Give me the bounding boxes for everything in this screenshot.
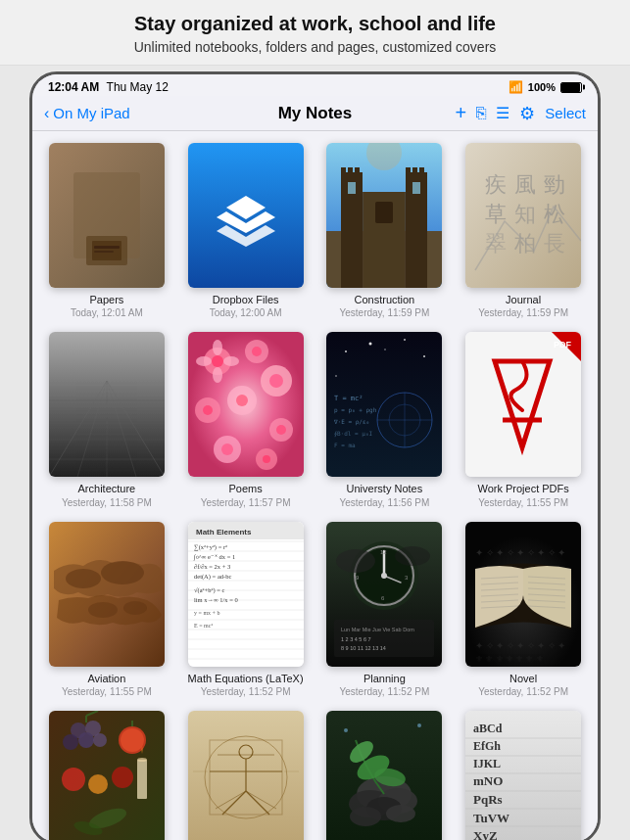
svg-text:PDF: PDF — [554, 340, 572, 350]
notebook-item-papers[interactable]: PapersToday, 12:01 AM — [42, 143, 171, 318]
notebook-date-dropbox: Today, 12:00 AM — [210, 307, 282, 318]
notebook-date-construction: Yesterday, 11:59 PM — [340, 307, 430, 318]
notebook-item-drafts[interactable]: aBCd EfGh IJKL mNO PqRs TuVW XyZ Drafts — [459, 711, 588, 840]
svg-text:疾: 疾 — [485, 172, 507, 197]
notebook-cover-drafts: aBCd EfGh IJKL mNO PqRs TuVW XyZ — [465, 711, 581, 840]
svg-text:EfGh: EfGh — [473, 739, 501, 753]
nav-actions: + ⎘ ☰ ⚙ Select — [456, 102, 586, 124]
notebook-cover-university: T = mc² p = p₀ + ρgh ∇·E = ρ/ε₀ ∮B·dl = … — [326, 332, 442, 477]
svg-point-54 — [269, 374, 283, 388]
svg-point-50 — [212, 355, 223, 367]
notebook-date-journal: Yesterday, 11:59 PM — [478, 307, 568, 318]
select-button[interactable]: Select — [545, 105, 586, 121]
svg-text:勁: 勁 — [544, 172, 565, 197]
svg-point-62 — [221, 443, 233, 455]
notebook-cover-poems — [188, 332, 304, 477]
svg-point-64 — [263, 455, 270, 463]
svg-point-192 — [344, 728, 348, 732]
notebook-label-aviation: Aviation — [87, 672, 125, 685]
notebooks-grid-container: PapersToday, 12:01 AM Dropbox FilesToday… — [32, 131, 598, 840]
svg-text:✦ ✧ ✦ ✧ ✦ ✧ ✦ ✧ ✦: ✦ ✧ ✦ ✧ ✦ ✧ ✦ ✧ ✦ — [475, 547, 565, 558]
svg-point-154 — [63, 734, 78, 750]
new-folder-icon[interactable]: ⎘ — [476, 104, 486, 123]
svg-point-73 — [423, 355, 425, 357]
notebook-label-architecture: Architecture — [78, 482, 136, 495]
svg-point-165 — [137, 758, 147, 762]
svg-text:風: 風 — [514, 172, 536, 197]
notebook-date-planning: Yesterday, 11:52 PM — [340, 686, 430, 697]
notebook-item-construction[interactable]: ConstructionYesterday, 11:59 PM — [320, 143, 450, 318]
notebook-date-papers: Today, 12:01 AM — [71, 307, 143, 318]
notebook-item-math[interactable]: Math Elements ∑(x²+y²) = r² ∫₀^∞ e⁻ˣ dx … — [181, 522, 311, 697]
svg-point-56 — [203, 405, 213, 415]
svg-point-70 — [345, 350, 347, 352]
status-bar: 12:04 AM Thu May 12 📶 100% — [32, 74, 598, 96]
notebook-label-novel: Novel — [509, 672, 537, 685]
nav-title: My Notes — [278, 104, 353, 123]
svg-point-187 — [350, 807, 381, 826]
notebook-item-davinci[interactable]: ⌐ Leonardo da Vinci DaVinci Notes — [181, 711, 311, 840]
notebook-cover-novel: ✦ ✧ ✦ ✧ ✦ ✧ ✦ ✧ ✦ ✦ ✧ ✦ ✧ ✦ ✧ ✦ ✧ ✦ ⚜ ⚜ … — [465, 522, 581, 667]
notebook-cover-papers — [49, 143, 165, 288]
settings-icon[interactable]: ⚙ — [519, 103, 535, 124]
notebook-item-work-pdf[interactable]: PDF Work Project PDFsYesterday, 11:55 PM — [459, 332, 588, 507]
battery-fill — [561, 83, 580, 92]
svg-point-161 — [62, 768, 85, 791]
svg-text:∂f/∂x = 2x + 3: ∂f/∂x = 2x + 3 — [194, 563, 230, 570]
notebook-date-novel: Yesterday, 11:52 PM — [478, 686, 568, 697]
add-icon[interactable]: + — [456, 102, 467, 124]
notebook-cover-recipes — [49, 711, 165, 840]
svg-rect-25 — [412, 167, 417, 175]
status-date: Thu May 12 — [107, 80, 169, 94]
notebook-item-novel[interactable]: ✦ ✧ ✦ ✧ ✦ ✧ ✦ ✧ ✦ ✦ ✧ ✦ ✧ ✦ ✧ ✦ ✧ ✦ ⚜ ⚜ … — [459, 522, 588, 697]
nav-back-button[interactable]: ‹ On My iPad — [44, 105, 130, 122]
svg-point-52 — [252, 347, 262, 356]
notebook-item-medicine[interactable]: Medicine — [320, 711, 450, 840]
notebook-cover-davinci: ⌐ Leonardo da Vinci — [188, 711, 304, 840]
svg-point-153 — [78, 732, 94, 748]
svg-point-60 — [276, 425, 286, 435]
svg-text:柏: 柏 — [513, 231, 536, 256]
status-left: 12:04 AM Thu May 12 — [48, 80, 169, 94]
list-view-icon[interactable]: ☰ — [496, 104, 509, 122]
notebook-item-recipes[interactable]: Recipes — [42, 711, 171, 840]
svg-point-162 — [88, 774, 108, 794]
notebook-cover-aviation — [49, 522, 165, 667]
svg-text:mNO: mNO — [473, 773, 503, 788]
svg-rect-26 — [419, 167, 424, 175]
svg-text:∮B·dl = μ₀I: ∮B·dl = μ₀I — [334, 430, 373, 438]
notebook-item-university[interactable]: T = mc² p = p₀ + ρgh ∇·E = ρ/ε₀ ∮B·dl = … — [320, 332, 450, 507]
svg-text:Math Elements: Math Elements — [196, 528, 252, 537]
status-time: 12:04 AM — [48, 80, 99, 94]
svg-rect-164 — [137, 760, 147, 799]
svg-text:∇·E = ρ/ε₀: ∇·E = ρ/ε₀ — [333, 418, 369, 426]
notebook-date-university: Yesterday, 11:56 PM — [340, 497, 430, 508]
svg-text:12: 12 — [380, 549, 387, 555]
notebook-cover-journal: 疾 風 勁 草 知 松 翠 柏 長 — [465, 143, 581, 288]
svg-rect-69 — [326, 332, 442, 477]
notebook-label-poems: Poems — [229, 482, 263, 495]
notebook-item-planning[interactable]: 12 3 6 9 Lun Mar Mie Jue Vie Sab Dom 1 2… — [320, 522, 450, 697]
notebook-item-dropbox[interactable]: Dropbox FilesToday, 12:00 AM — [181, 143, 311, 318]
svg-text:F = ma: F = ma — [334, 442, 356, 448]
notebook-date-poems: Yesterday, 11:57 PM — [201, 497, 291, 508]
svg-rect-19 — [412, 182, 420, 194]
notebook-item-journal[interactable]: 疾 風 勁 草 知 松 翠 柏 長 JournalYesterday, 11:5… — [459, 143, 588, 318]
notebook-cover-work-pdf: PDF — [465, 332, 581, 477]
svg-point-68 — [196, 356, 212, 366]
svg-text:Lun Mar Mie Jue Vie Sab Dom: Lun Mar Mie Jue Vie Sab Dom — [341, 627, 414, 632]
notebook-cover-math: Math Elements ∑(x²+y²) = r² ∫₀^∞ e⁻ˣ dx … — [188, 522, 304, 667]
notebook-item-poems[interactable]: PoemsYesterday, 11:57 PM — [181, 332, 311, 507]
svg-point-71 — [369, 343, 372, 346]
svg-point-67 — [213, 367, 222, 383]
svg-point-91 — [88, 602, 118, 618]
svg-point-163 — [112, 767, 133, 788]
svg-text:E = mc²: E = mc² — [194, 623, 213, 629]
notebook-cover-construction — [326, 143, 442, 288]
notebook-label-work-pdf: Work Project PDFs — [477, 482, 568, 495]
notebook-item-architecture[interactable]: ArchitectureYesterday, 11:58 PM — [42, 332, 171, 507]
notebooks-grid: PapersToday, 12:01 AM Dropbox FilesToday… — [42, 143, 588, 840]
notebook-label-planning: Planning — [363, 672, 406, 685]
notebook-item-aviation[interactable]: AviationYesterday, 11:55 PM — [42, 522, 171, 697]
svg-text:aBCd: aBCd — [473, 722, 503, 735]
